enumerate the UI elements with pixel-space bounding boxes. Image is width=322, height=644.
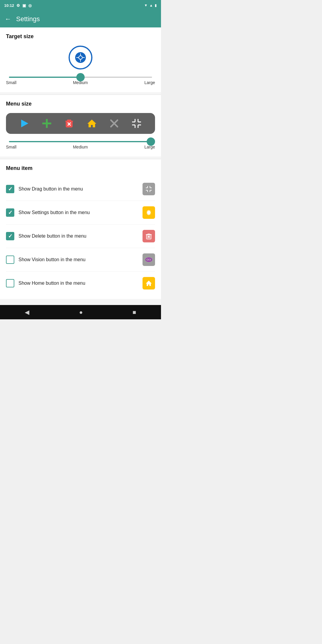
menu-item-title: Menu item [6,165,155,171]
target-size-large-label: Large [144,80,155,85]
target-size-slider-fill [9,77,80,78]
vision-badge [143,253,155,266]
target-icon-container [6,46,155,69]
settings-label: Show Settings button in the menu [18,210,143,215]
delete-label: Show Delete button in the menu [18,233,143,239]
home-badge [143,277,155,290]
list-item: ✓ Show Delete button in the menu [6,225,155,248]
target-size-section: Target size [0,27,161,92]
list-item: ✓ Show Drag button in the menu [6,177,155,201]
menu-size-section: Menu size [0,95,161,157]
checkmark-icon: ✓ [8,186,13,192]
settings-badge-icon [145,209,152,216]
svg-rect-37 [146,234,152,235]
status-bar-left: 10:12 ⚙ ▣ ◎ [4,3,32,8]
app-bar: ← Settings [0,11,161,27]
home-badge-icon [145,280,152,287]
svg-point-40 [148,259,149,260]
status-bar: 10:12 ⚙ ▣ ◎ ▼ ▲ ▮ [0,0,161,11]
app-bar-title: Settings [16,15,40,23]
drag-badge-icon [145,185,152,193]
home-label: Show Home button in the menu [18,281,143,286]
svg-marker-5 [21,120,28,127]
vision-label: Show Vision button in the menu [18,257,143,262]
target-icon-inner [75,52,86,63]
settings-badge [143,206,155,219]
menu-preview-delete-icon [64,118,74,129]
menu-preview-plus-icon [42,118,52,129]
svg-marker-41 [146,281,152,286]
status-time: 10:12 [4,3,14,8]
sim-icon: ▣ [22,3,26,8]
target-size-small-label: Small [6,80,16,85]
menu-size-slider-track [9,141,152,142]
svg-marker-13 [87,120,96,127]
target-icon [69,46,92,69]
menu-size-slider-fill [9,141,152,142]
drag-badge [143,183,155,195]
home-checkbox[interactable] [6,279,14,287]
menu-preview-home-icon [87,118,97,129]
vision-checkbox[interactable] [6,256,14,264]
nav-home-button[interactable]: ● [79,309,83,316]
menu-size-slider-labels: Small Medium Large [6,145,155,149]
menu-preview-close-icon [109,118,119,129]
wifi-icon: ▼ [144,3,148,7]
drag-label: Show Drag button in the menu [18,186,143,192]
battery-icon: ▮ [155,3,157,7]
menu-preview-grid-icon [131,118,142,129]
nav-bar: ◀ ● ■ [0,305,161,319]
list-item: Show Vision button in the menu [6,248,155,272]
checkmark-icon: ✓ [8,233,13,239]
menu-size-title: Menu size [6,101,155,107]
vision-badge-icon [145,256,152,263]
delete-badge-icon [145,233,152,240]
signal-icon: ▲ [149,3,153,7]
list-item: Show Home button in the menu [6,272,155,292]
svg-point-0 [79,56,82,59]
list-item: ✓ Show Settings button in the menu [6,201,155,225]
settings-checkbox[interactable]: ✓ [6,208,14,217]
menu-size-slider-thumb[interactable] [147,137,155,146]
checkmark-icon: ✓ [8,210,13,215]
delete-checkbox[interactable]: ✓ [6,232,14,240]
menu-size-small-label: Small [6,145,16,149]
crosshair-icon [75,52,86,63]
menu-size-slider-container[interactable] [6,141,155,142]
menu-item-section: Menu item ✓ Show Drag button in the menu [0,159,161,299]
content: Target size [0,27,161,305]
target-size-slider-track [9,77,152,78]
settings-status-icon: ⚙ [16,3,20,8]
back-button[interactable]: ← [5,15,11,23]
menu-preview-drag-icon [19,118,30,129]
nav-back-button[interactable]: ◀ [25,309,29,316]
target-size-title: Target size [6,33,155,40]
target-size-slider-thumb[interactable] [76,73,85,81]
menu-size-medium-label: Medium [73,145,88,149]
target-size-slider-container[interactable] [6,77,155,78]
nav-recent-button[interactable]: ■ [132,309,136,316]
menu-preview [6,113,155,134]
status-bar-right: ▼ ▲ ▮ [144,3,157,7]
drag-checkbox[interactable]: ✓ [6,185,14,193]
at-icon: ◎ [28,3,32,8]
svg-rect-12 [65,121,73,122]
svg-rect-7 [42,123,51,124]
delete-badge [143,230,155,242]
